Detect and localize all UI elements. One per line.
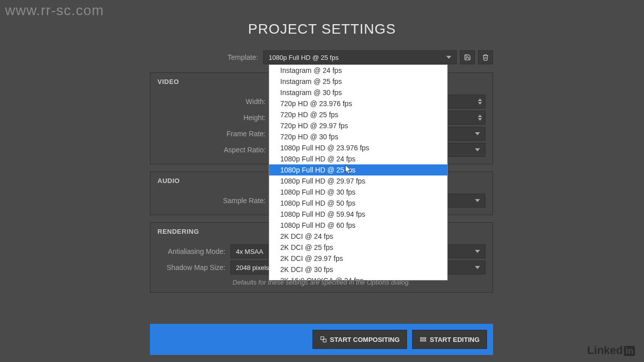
template-option[interactable]: 2K DCI @ 30 fps xyxy=(269,264,447,275)
width-label: Width: xyxy=(157,98,271,106)
chevron-down-icon xyxy=(475,199,480,202)
aa-label: Antialiasing Mode: xyxy=(157,247,230,255)
template-option[interactable]: Instagram @ 30 fps xyxy=(269,87,447,98)
template-option[interactable]: 2K 16:9 QWXGA @ 24 fps xyxy=(269,275,447,281)
shadow-label: Shadow Map Size: xyxy=(157,263,230,272)
aspect-label: Aspect Ratio: xyxy=(157,146,271,154)
delete-template-button[interactable] xyxy=(478,50,493,64)
chevron-up-icon xyxy=(478,115,482,117)
svg-rect-3 xyxy=(421,340,426,341)
page-title: PROJECT SETTINGS xyxy=(0,21,644,37)
template-option[interactable]: 2K DCI @ 24 fps xyxy=(269,231,447,242)
start-editing-label: START EDITING xyxy=(430,336,479,343)
samplerate-label: Sample Rate: xyxy=(157,197,271,205)
height-label: Height: xyxy=(157,114,271,122)
start-compositing-label: START COMPOSITING xyxy=(330,336,399,343)
template-option[interactable]: 1080p Full HD @ 50 fps xyxy=(269,198,447,209)
template-option[interactable]: 1080p Full HD @ 30 fps xyxy=(269,187,447,198)
svg-rect-2 xyxy=(421,338,426,339)
save-icon xyxy=(464,54,471,61)
chevron-down-icon xyxy=(475,148,480,151)
template-option[interactable]: 1080p Full HD @ 29.97 fps xyxy=(269,175,447,187)
template-option[interactable]: 1080p Full HD @ 60 fps xyxy=(269,220,447,231)
shadow-value: 2048 pixels xyxy=(236,264,269,272)
linkedin-logo: Linkedin xyxy=(587,344,635,357)
template-dropdown[interactable]: 1080p Full HD @ 25 fps xyxy=(263,50,457,64)
compositing-icon xyxy=(320,336,327,343)
save-template-button[interactable] xyxy=(460,50,475,64)
template-option[interactable]: 720p HD @ 23.976 fps xyxy=(269,98,447,109)
template-option[interactable]: 720p HD @ 29.97 fps xyxy=(269,120,447,131)
aa-value: 4x MSAA xyxy=(236,248,263,255)
chevron-down-icon xyxy=(478,118,482,121)
chevron-down-icon xyxy=(475,266,480,269)
template-option[interactable]: 1080p Full HD @ 59.94 fps xyxy=(269,209,447,220)
template-option[interactable]: 2K DCI @ 29.97 fps xyxy=(269,253,447,264)
template-label: Template: xyxy=(150,53,263,61)
footer-bar: START COMPOSITING START EDITING xyxy=(150,324,493,355)
chevron-down-icon xyxy=(475,250,480,253)
trash-icon xyxy=(482,54,489,61)
template-option[interactable]: 1080p Full HD @ 24 fps xyxy=(269,153,447,164)
chevron-down-icon xyxy=(475,132,480,135)
editing-icon xyxy=(420,336,427,343)
template-option[interactable]: 720p HD @ 30 fps xyxy=(269,131,447,142)
chevron-down-icon xyxy=(446,56,451,59)
template-dropdown-list[interactable]: Instagram @ 24 fpsInstagram @ 25 fpsInst… xyxy=(269,64,448,281)
framerate-label: Frame Rate: xyxy=(157,130,271,138)
cursor-icon xyxy=(345,165,352,175)
template-option[interactable]: Instagram @ 24 fps xyxy=(269,65,447,76)
start-editing-button[interactable]: START EDITING xyxy=(412,330,487,349)
template-selected-value: 1080p Full HD @ 25 fps xyxy=(269,54,339,61)
template-option[interactable]: 720p HD @ 25 fps xyxy=(269,109,447,120)
watermark-url: www.rr-sc.com xyxy=(5,3,104,19)
template-option[interactable]: 1080p Full HD @ 25 fps xyxy=(269,164,447,175)
template-option[interactable]: 2K DCI @ 25 fps xyxy=(269,242,447,253)
chevron-down-icon xyxy=(478,102,482,105)
start-compositing-button[interactable]: START COMPOSITING xyxy=(312,330,407,349)
chevron-up-icon xyxy=(478,99,482,101)
template-option[interactable]: 1080p Full HD @ 23.976 fps xyxy=(269,142,447,153)
template-option[interactable]: Instagram @ 25 fps xyxy=(269,76,447,87)
